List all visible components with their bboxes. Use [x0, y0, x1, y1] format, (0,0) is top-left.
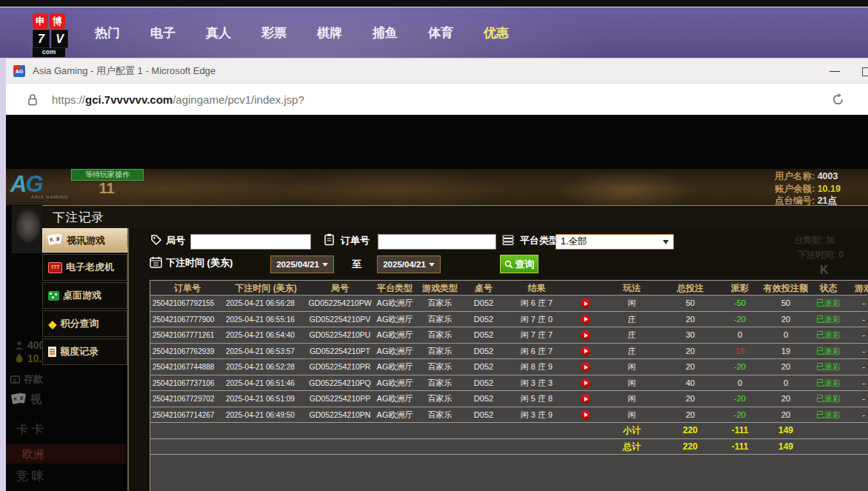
avatar	[12, 206, 44, 253]
menu-item-slots[interactable]: 777 电子老虎机	[42, 254, 127, 281]
diamond-icon: ◆	[48, 318, 57, 330]
search-icon	[504, 260, 513, 269]
table-row: 2504210677448882025-04-21 06:52:28GD0522…	[150, 359, 868, 375]
play-video-icon[interactable]	[581, 410, 590, 420]
tag-icon	[150, 234, 162, 246]
minimize-button[interactable]: —	[824, 59, 846, 84]
date-to-picker[interactable]: 2025/04/21	[377, 255, 441, 273]
nav-item-hot[interactable]: 热门	[95, 24, 120, 41]
menu-item-credit-records[interactable]: 额度记录	[42, 338, 127, 365]
ag-logo-subtitle: ASIA GAMING	[31, 195, 68, 199]
bg-artifact-text: 下注时间: 0	[798, 249, 844, 261]
modal-content: 台类型: 加 下注时间: 0 K 局号 订单号 平台类型 1.全部 下注时间	[127, 228, 868, 491]
logo-com-text: com	[33, 48, 65, 57]
logo-badge-shen: 申	[33, 13, 48, 29]
table-game-icon	[48, 291, 59, 301]
play-video-icon[interactable]	[581, 315, 590, 324]
platform-list-icon	[502, 234, 514, 246]
grand-total-row: 总计 220 -111 149	[150, 439, 868, 455]
document-icon	[48, 347, 56, 357]
date-from-picker[interactable]: 2025/04/21	[270, 255, 334, 273]
bg-artifact-text: 台类型: 加	[794, 234, 835, 247]
maximize-button[interactable]	[862, 67, 868, 76]
person-icon	[15, 341, 24, 350]
lobby-card-hall: 卡 卡	[16, 422, 43, 438]
bg-artifact-card: K	[820, 264, 829, 277]
play-video-icon[interactable]	[581, 394, 590, 404]
modal-header: 下注记录	[42, 205, 868, 230]
table-row: 2504210677297022025-04-21 06:51:09GD0522…	[150, 391, 868, 407]
ag-favicon-icon: AG	[13, 65, 25, 77]
table-empty-area	[150, 455, 868, 491]
platform-select-value: 1.全部	[561, 235, 673, 249]
table-row: 2504210677921552025-04-21 06:56:28GD0522…	[150, 295, 868, 312]
calendar-icon	[150, 256, 162, 268]
table-body: 2504210677921552025-04-21 06:56:28GD0522…	[150, 295, 868, 423]
order-label: 订单号	[341, 234, 370, 247]
nav-item-sports[interactable]: 体育	[428, 24, 453, 41]
menu-item-video-games[interactable]: K9 视讯游戏	[42, 228, 127, 253]
top-chrome-strip	[0, 0, 868, 7]
subtotal-row: 小计 220 -111 149	[150, 423, 868, 439]
table-row: 2504210677712612025-04-21 06:54:40GD0522…	[150, 327, 868, 344]
play-video-icon[interactable]	[581, 378, 590, 388]
to-label: 至	[352, 258, 361, 271]
chevron-down-icon	[429, 263, 435, 267]
menu-item-points-query[interactable]: ◆ 积分查询	[42, 310, 127, 337]
logo-char-v: V	[51, 30, 68, 48]
clipboard-icon	[324, 233, 335, 246]
url-text[interactable]: https://gci.7vvvvvv.com/agingame/pcv1/in…	[52, 84, 304, 116]
platform-select[interactable]: 1.全部	[555, 234, 674, 250]
menu-item-table-games[interactable]: 桌面游戏	[42, 282, 127, 309]
chevron-down-icon	[663, 240, 669, 244]
table-row: 2504210677142672025-04-21 06:49:50GD0522…	[150, 407, 868, 424]
nav-item-promo[interactable]: 优惠	[484, 24, 509, 41]
site-navbar: 热门 电子 真人 彩票 棋牌 捕鱼 体育 优惠	[0, 7, 868, 58]
slot-777-icon: 777	[48, 262, 62, 273]
nav-item-electronic[interactable]: 电子	[150, 24, 176, 41]
user-name-row: 用户名称: 4003	[775, 170, 838, 182]
table-row: 2504210677779002025-04-21 06:55:16GD0522…	[150, 312, 868, 328]
lock-icon[interactable]	[27, 93, 39, 107]
nav-item-live[interactable]: 真人	[206, 24, 231, 41]
search-button[interactable]: 查询	[500, 255, 538, 273]
table-row: 2504210677629392025-04-21 06:53:57GD0522…	[150, 344, 868, 360]
bet-records-table: 订单号 下注时间 (美东) 局号 平台类型 游戏类型 桌号 结果 玩法 总投注 …	[150, 280, 868, 491]
modal-title: 下注记录	[53, 206, 868, 229]
site-nav-items: 热门 电子 真人 彩票 棋牌 捕鱼 体育 优惠	[95, 7, 509, 58]
game-page: AG ASIA GAMING 等待玩家操作 11 用户名称: 4003 账户余额…	[6, 115, 868, 491]
svg-text:$: $	[13, 377, 16, 382]
play-video-icon[interactable]	[581, 330, 590, 340]
play-video-icon[interactable]	[581, 362, 590, 372]
lobby-video-tab: K9 视	[12, 393, 41, 407]
nav-item-chess[interactable]: 棋牌	[317, 24, 342, 41]
play-video-icon[interactable]	[581, 347, 590, 356]
browser-window: AG Asia Gaming - 用户配置 1 - Microsoft Edge…	[6, 58, 868, 491]
modal-menu: K9 视讯游戏 777 电子老虎机 桌面游戏 ◆ 积分查询 额度记录	[42, 228, 127, 367]
table-row: 2504210677371062025-04-21 06:51:46GD0522…	[150, 375, 868, 392]
lobby-deposit: $ 存款	[10, 373, 43, 386]
window-title: Asia Gaming - 用户配置 1 - Microsoft Edge	[33, 59, 216, 84]
bet-time-label: 下注时间 (美东)	[166, 256, 233, 270]
platform-label: 平台类型	[520, 234, 558, 247]
deposit-icon: $	[10, 375, 20, 384]
round-input[interactable]	[190, 234, 311, 250]
nav-item-fishing[interactable]: 捕鱼	[373, 24, 398, 41]
lobby-jingmi: 竞 咪	[16, 469, 43, 484]
round-label: 局号	[166, 234, 185, 247]
browser-urlbar[interactable]: https://gci.7vvvvvv.com/agingame/pcv1/in…	[6, 83, 868, 116]
play-video-icon[interactable]	[581, 298, 590, 308]
ag-logo: AG ASIA GAMING	[10, 171, 68, 199]
refresh-icon[interactable]	[831, 93, 845, 107]
moneybag-icon	[15, 354, 24, 363]
cards-icon: K9	[48, 234, 63, 247]
browser-titlebar: AG Asia Gaming - 用户配置 1 - Microsoft Edge…	[6, 58, 868, 84]
logo-badge-bo: 博	[50, 13, 65, 29]
site-logo[interactable]: 申 博 7 V com	[33, 13, 70, 57]
url-prefix: https://	[52, 93, 85, 106]
nav-item-lottery[interactable]: 彩票	[261, 24, 287, 41]
wait-player-badge: 等待玩家操作	[71, 169, 144, 181]
cards-icon: K9	[12, 393, 27, 406]
url-path: /agingame/pcv1/index.jsp?	[173, 93, 304, 106]
order-input[interactable]	[378, 234, 496, 250]
